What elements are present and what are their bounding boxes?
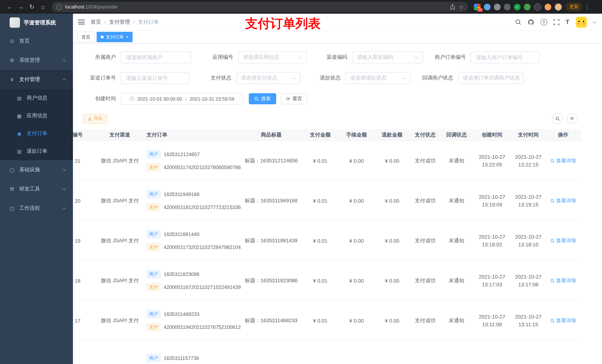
product-title: 1635311881439 <box>260 237 298 243</box>
extension-icon-green[interactable] <box>524 3 531 10</box>
cell-refund: ¥ 0.00 <box>374 158 410 164</box>
cell-title: 标题：1635311823086 <box>241 277 302 284</box>
sidebar-logo[interactable]: 芋道管理系统 <box>0 14 73 31</box>
magnifier-icon <box>550 278 555 283</box>
merchant-input[interactable] <box>121 52 191 63</box>
cell-channel: 微信 JSAPI 支付 <box>99 157 141 164</box>
view-detail-link[interactable]: 查看详情 <box>550 317 576 324</box>
title-prefix: 标题： <box>245 237 260 243</box>
cell-actions: 查看详情 <box>545 157 581 164</box>
sidebar-item-home[interactable]: ⊙ 首页 <box>0 31 73 51</box>
merchant-order-no: 1635311157736 <box>164 355 199 361</box>
fullscreen-icon[interactable] <box>553 19 559 25</box>
breadcrumb-payment[interactable]: 支付管理 <box>109 19 130 25</box>
circle-dot-icon: ◉ <box>16 131 22 136</box>
search-button[interactable]: 搜索 <box>249 93 276 104</box>
extensions-cluster-icon[interactable]: 10 <box>474 3 481 10</box>
view-detail-link[interactable]: 查看详情 <box>550 197 576 204</box>
bookmark-star-icon[interactable]: ☆ <box>459 4 463 10</box>
help-icon[interactable]: ? <box>540 19 547 25</box>
extension-icon-blue[interactable] <box>484 3 491 10</box>
cell-notify: 未通知 <box>441 237 473 244</box>
browser-update-button[interactable]: 更新 <box>566 2 582 11</box>
cell-amount: ¥ 0.01 <box>302 198 339 204</box>
table-body: 21 微信 JSAPI 支付 商户 1635312124657 支付 42000… <box>73 141 581 364</box>
url-text: localhost:1024/pay/order <box>65 4 118 10</box>
view-detail-link[interactable]: 查看详情 <box>550 157 576 164</box>
browser-home-icon[interactable]: ⌂ <box>38 2 48 12</box>
cell-status: 支付成功 <box>410 157 441 164</box>
col-title: 商品标题 <box>241 132 302 138</box>
view-detail-link[interactable]: 查看详情 <box>550 277 576 284</box>
cell-fee: ¥ 0.00 <box>339 158 374 164</box>
extension-icon-dim[interactable] <box>504 3 511 10</box>
browser-forward-icon[interactable]: → <box>16 2 26 12</box>
app-select[interactable]: 请选择应用信息 <box>238 52 307 63</box>
tab-pay-order[interactable]: 支付订单 × <box>97 32 133 42</box>
font-size-icon[interactable]: T <box>566 18 570 26</box>
browser-profile-avatar[interactable] <box>555 3 562 10</box>
cell-pay-time: 2021-10-2713:17:08 <box>512 273 545 288</box>
sidebar-item-app-info[interactable]: ▦ 应用信息 <box>0 107 73 125</box>
merchant-tag: 商户 <box>147 354 161 362</box>
address-bar[interactable]: i localhost:1024/pay/order ☆ <box>52 2 468 12</box>
extension-icon-face[interactable] <box>545 3 551 10</box>
close-icon[interactable]: × <box>126 35 129 39</box>
sidebar-item-pay-order[interactable]: ◉ 支付订单 <box>0 125 73 142</box>
monitor-icon: ▢ <box>9 167 15 173</box>
sidebar-item-infra[interactable]: ▢ 基础设施 <box>0 160 73 179</box>
reset-button[interactable]: ⟳ 重置 <box>281 93 308 104</box>
col-refund: 退款金额 <box>374 132 410 138</box>
cell-amount: ¥ 0.01 <box>302 158 339 164</box>
refresh-table-button[interactable]: ⟳ <box>567 113 578 124</box>
extension-icon-gray[interactable] <box>494 3 501 10</box>
title-prefix: 标题： <box>245 317 260 323</box>
sidebar-item-payment[interactable]: ¥ 支付管理 <box>0 70 73 89</box>
topbar: 首页 / 支付管理 / 支付订单 支付订单列表 ? T <box>73 14 602 31</box>
sidebar-toggle-icon[interactable] <box>78 20 85 24</box>
cell-amount: ¥ 0.01 <box>302 318 339 323</box>
sidebar-item-merchant-info[interactable]: ▤ 商户信息 <box>0 89 73 107</box>
toggle-search-button[interactable] <box>552 113 563 124</box>
tab-home[interactable]: 首页 <box>77 32 94 42</box>
extension-icon-dark[interactable] <box>534 3 541 10</box>
cell-actions: 查看详情 <box>545 317 581 324</box>
create-time-label: 创建时间 <box>79 95 116 102</box>
chevron-up-icon <box>62 78 66 82</box>
breadcrumb-home[interactable]: 首页 <box>91 19 101 25</box>
pay-tag: 支付 <box>147 323 161 331</box>
sidebar-item-system[interactable]: ⚙ 系统管理 <box>0 51 73 70</box>
browser-reload-icon[interactable]: ↻ <box>27 2 37 12</box>
sidebar-item-workflow[interactable]: ◫ 工作流程 <box>0 199 73 218</box>
cell-amount: ¥ 0.01 <box>302 278 339 283</box>
sidebar-item-label: 支付管理 <box>19 76 40 83</box>
tab-label: 首页 <box>81 34 90 40</box>
sidebar-item-devtools[interactable]: ⚒ 研发工具 <box>0 179 73 199</box>
channel-code-select[interactable]: 请输入渠道编码 <box>352 52 423 63</box>
browser-menu-icon[interactable]: ⋮ <box>583 4 591 10</box>
view-detail-link[interactable]: 查看详情 <box>550 237 576 244</box>
share-icon[interactable] <box>450 4 455 10</box>
avatar-dropdown-icon[interactable] <box>592 19 597 23</box>
channel-order-input[interactable] <box>121 72 189 84</box>
extension-icon-check[interactable]: ✓ <box>514 3 521 10</box>
search-icon[interactable] <box>515 19 521 25</box>
avatar[interactable] <box>576 16 587 28</box>
range-end: 2021-10-31 23:59:59 <box>190 96 234 102</box>
table-header: 编号 支付渠道 支付订单 商品标题 支付金额 手续金额 退款金额 支付状态 回调… <box>73 129 581 141</box>
cell-order: 商户 1635311949168 支付 42000011812021102777… <box>141 190 241 211</box>
notify-status-select[interactable]: 请选择订单回调商户状态 <box>458 72 524 84</box>
breadcrumb-separator: / <box>104 19 106 25</box>
site-info-icon[interactable]: i <box>56 4 62 10</box>
export-button[interactable]: 导出 <box>83 114 107 123</box>
merchant-order-input[interactable] <box>471 52 539 63</box>
title-prefix: 标题： <box>245 277 260 283</box>
pay-status-select[interactable]: 请选择支付状态 <box>236 72 300 84</box>
create-time-range[interactable]: 2021-10-01 00:00:00 - 2021-10-31 23:59:5… <box>121 93 243 105</box>
sidebar-item-label: 工作流程 <box>19 205 40 212</box>
browser-back-icon[interactable]: ← <box>4 2 15 12</box>
sidebar-item-refund-order[interactable]: ▥ 退款订单 <box>0 142 73 160</box>
github-icon[interactable] <box>527 19 534 25</box>
cell-create-time: 2021-10-2713:17:03 <box>473 273 512 288</box>
refund-status-select[interactable]: 请选择退款状态 <box>345 72 411 84</box>
